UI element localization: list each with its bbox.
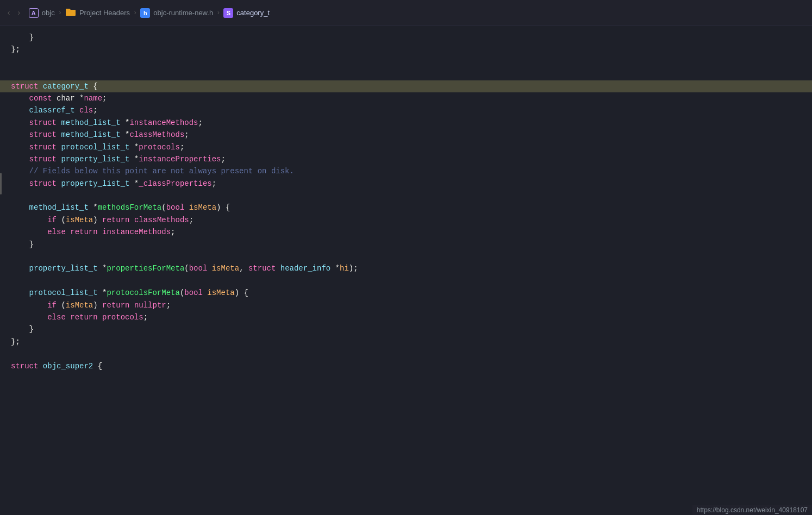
code-line: else return instanceMethods; bbox=[0, 226, 812, 238]
code-token: * bbox=[89, 202, 98, 213]
code-token: property_list_t bbox=[61, 178, 129, 190]
breadcrumb-item-project-headers[interactable]: Project Headers bbox=[65, 8, 130, 18]
code-token: * bbox=[98, 287, 107, 299]
code-content: } }; struct category_t { const char *nam… bbox=[0, 26, 812, 378]
code-token: struct bbox=[29, 178, 57, 190]
code-token: bool bbox=[189, 262, 208, 274]
code-token: classMethods bbox=[129, 129, 184, 141]
breadcrumb-bar: ‹ › A objc › Project Headers › h objc-ru… bbox=[0, 0, 812, 26]
forward-icon[interactable]: › bbox=[16, 9, 21, 17]
code-token: return bbox=[102, 299, 129, 311]
h-file-icon: h bbox=[140, 8, 150, 18]
code-token bbox=[11, 178, 29, 190]
code-token: * bbox=[129, 178, 139, 190]
status-url: https://blog.csdn.net/weixin_40918107 bbox=[692, 505, 812, 515]
code-token: , bbox=[239, 262, 248, 274]
code-token: ( bbox=[57, 214, 66, 226]
code-token: * bbox=[121, 129, 130, 141]
code-line: const char *name; bbox=[0, 92, 812, 104]
code-token: isMeta bbox=[66, 214, 93, 226]
code-token: name bbox=[84, 92, 102, 104]
code-token bbox=[11, 129, 29, 141]
code-token bbox=[130, 214, 134, 226]
objc-icon: A bbox=[29, 8, 39, 18]
code-token bbox=[57, 117, 61, 129]
code-token: ; bbox=[221, 153, 226, 165]
code-token: protocolsForMeta bbox=[107, 287, 179, 299]
code-token bbox=[98, 226, 102, 238]
code-token bbox=[66, 226, 70, 238]
code-token: } bbox=[11, 32, 34, 43]
code-line: }; bbox=[0, 336, 812, 348]
code-token bbox=[11, 262, 29, 274]
code-line: method_list_t *methodsForMeta(bool isMet… bbox=[0, 202, 812, 213]
code-line bbox=[0, 275, 812, 287]
code-line: } bbox=[0, 32, 812, 43]
code-token: cls bbox=[79, 104, 93, 116]
code-token: nullptr bbox=[134, 299, 166, 311]
code-token bbox=[11, 214, 47, 226]
code-token: isMeta bbox=[207, 287, 234, 299]
code-line: struct protocol_list_t *protocols; bbox=[0, 141, 812, 153]
code-token: ; bbox=[166, 299, 171, 311]
folder-icon bbox=[65, 8, 76, 18]
code-token bbox=[57, 129, 61, 141]
code-token: ) bbox=[93, 299, 102, 311]
breadcrumb-label-header: objc-runtime-new.h bbox=[153, 9, 213, 17]
code-token: instanceMethods bbox=[129, 117, 198, 129]
code-line: struct objc_super2 { bbox=[0, 360, 812, 372]
code-token bbox=[11, 311, 47, 323]
breadcrumb-item-header-file[interactable]: h objc-runtime-new.h bbox=[140, 8, 213, 18]
code-token: ( bbox=[180, 287, 184, 299]
code-area: } }; struct category_t { const char *nam… bbox=[0, 26, 812, 515]
status-url-text: https://blog.csdn.net/weixin_40918107 bbox=[697, 506, 808, 514]
breadcrumb-label-symbol: category_t bbox=[236, 9, 270, 17]
code-line: if (isMeta) return classMethods; bbox=[0, 214, 812, 226]
code-token: ( bbox=[161, 202, 166, 213]
code-token: ; bbox=[143, 311, 148, 323]
code-token: struct bbox=[29, 141, 57, 153]
code-line: // Fields below this point are not alway… bbox=[0, 165, 812, 177]
code-token: const bbox=[29, 92, 52, 104]
code-token: category_t bbox=[43, 80, 89, 92]
breadcrumb-item-symbol[interactable]: S category_t bbox=[223, 8, 270, 18]
code-token: isMeta bbox=[189, 202, 216, 213]
code-token: }; bbox=[11, 43, 20, 55]
code-line bbox=[0, 56, 812, 68]
breadcrumb-chevron-2: › bbox=[133, 9, 137, 17]
code-line: protocol_list_t *protocolsForMeta(bool i… bbox=[0, 287, 812, 299]
code-token: // Fields below this point are not alway… bbox=[29, 165, 294, 177]
code-token bbox=[276, 262, 280, 274]
code-token: isMeta bbox=[66, 299, 93, 311]
back-icon[interactable]: ‹ bbox=[7, 9, 11, 17]
breadcrumb-label-objc: objc bbox=[42, 9, 55, 17]
code-token bbox=[75, 104, 79, 116]
code-token: method_list_t bbox=[61, 129, 120, 141]
code-token: ; bbox=[189, 214, 193, 226]
code-line: } bbox=[0, 238, 812, 250]
code-token: isMeta bbox=[212, 262, 239, 274]
code-token: protocol_list_t bbox=[61, 141, 129, 153]
code-token bbox=[57, 178, 61, 190]
code-line: struct property_list_t *_classProperties… bbox=[0, 178, 812, 190]
code-token: ; bbox=[93, 104, 97, 116]
code-token: { bbox=[89, 80, 98, 92]
code-line bbox=[0, 190, 812, 202]
breadcrumb-chevron-3: › bbox=[216, 9, 220, 17]
code-token: * bbox=[98, 262, 107, 274]
code-token: } bbox=[11, 323, 34, 335]
code-token: methodsForMeta bbox=[98, 202, 162, 213]
code-token: hi bbox=[340, 262, 349, 274]
code-token bbox=[38, 80, 42, 92]
code-token bbox=[98, 311, 102, 323]
code-token: _classProperties bbox=[139, 178, 211, 190]
code-token: classref_t bbox=[29, 104, 75, 116]
code-token: ; bbox=[180, 141, 184, 153]
breadcrumb-item-objc[interactable]: A objc bbox=[29, 8, 55, 18]
code-token bbox=[38, 360, 42, 372]
code-token: objc_super2 bbox=[43, 360, 93, 372]
code-token bbox=[11, 117, 29, 129]
code-token bbox=[11, 153, 29, 165]
code-token: ) { bbox=[235, 287, 248, 299]
code-token bbox=[11, 141, 29, 153]
